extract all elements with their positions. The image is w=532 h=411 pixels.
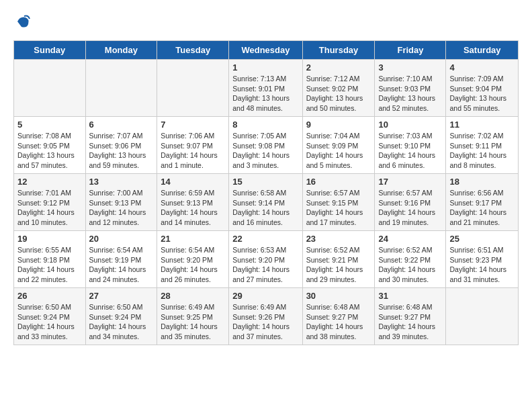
day-number: 16	[306, 177, 371, 187]
day-number: 9	[306, 120, 371, 130]
day-number: 12	[17, 177, 82, 187]
day-info: Sunrise: 6:52 AM Sunset: 9:21 PM Dayligh…	[306, 245, 371, 285]
day-number: 5	[17, 120, 82, 130]
calendar-cell: 20Sunrise: 6:54 AM Sunset: 9:19 PM Dayli…	[85, 231, 157, 288]
calendar-cell	[446, 288, 519, 345]
calendar-cell: 21Sunrise: 6:54 AM Sunset: 9:20 PM Dayli…	[157, 231, 229, 288]
day-info: Sunrise: 7:01 AM Sunset: 9:12 PM Dayligh…	[17, 188, 82, 228]
day-info: Sunrise: 7:08 AM Sunset: 9:05 PM Dayligh…	[17, 131, 82, 171]
logo	[13, 13, 31, 34]
day-info: Sunrise: 7:06 AM Sunset: 9:07 PM Dayligh…	[161, 131, 225, 171]
calendar-week-row: 12Sunrise: 7:01 AM Sunset: 9:12 PM Dayli…	[14, 174, 519, 231]
calendar-cell: 25Sunrise: 6:51 AM Sunset: 9:23 PM Dayli…	[446, 231, 519, 288]
calendar-cell: 12Sunrise: 7:01 AM Sunset: 9:12 PM Dayli…	[14, 174, 86, 231]
day-number: 17	[378, 177, 442, 187]
calendar-cell: 7Sunrise: 7:06 AM Sunset: 9:07 PM Daylig…	[157, 117, 229, 174]
calendar-cell	[157, 60, 229, 117]
day-info: Sunrise: 7:02 AM Sunset: 9:11 PM Dayligh…	[449, 131, 515, 171]
calendar-week-row: 1Sunrise: 7:13 AM Sunset: 9:01 PM Daylig…	[14, 60, 519, 117]
day-info: Sunrise: 7:04 AM Sunset: 9:09 PM Dayligh…	[306, 131, 371, 171]
day-number: 11	[449, 120, 515, 130]
day-info: Sunrise: 6:50 AM Sunset: 9:24 PM Dayligh…	[89, 302, 154, 342]
day-info: Sunrise: 6:58 AM Sunset: 9:14 PM Dayligh…	[232, 188, 298, 228]
day-number: 10	[378, 120, 442, 130]
day-info: Sunrise: 6:57 AM Sunset: 9:15 PM Dayligh…	[306, 188, 371, 228]
day-info: Sunrise: 6:48 AM Sunset: 9:27 PM Dayligh…	[378, 302, 442, 342]
day-number: 26	[17, 291, 82, 301]
calendar-cell: 22Sunrise: 6:53 AM Sunset: 9:20 PM Dayli…	[229, 231, 302, 288]
day-number: 19	[17, 234, 82, 244]
weekday-header-sunday: Sunday	[14, 41, 86, 60]
day-info: Sunrise: 6:50 AM Sunset: 9:24 PM Dayligh…	[17, 302, 82, 342]
calendar-week-row: 19Sunrise: 6:55 AM Sunset: 9:18 PM Dayli…	[14, 231, 519, 288]
day-number: 2	[306, 62, 371, 73]
day-info: Sunrise: 7:12 AM Sunset: 9:02 PM Dayligh…	[306, 74, 371, 113]
day-number: 29	[232, 291, 298, 301]
day-number: 27	[89, 291, 154, 301]
day-info: Sunrise: 7:07 AM Sunset: 9:06 PM Dayligh…	[89, 131, 154, 171]
calendar-cell: 23Sunrise: 6:52 AM Sunset: 9:21 PM Dayli…	[302, 231, 375, 288]
logo-icon	[15, 13, 31, 30]
calendar-cell: 26Sunrise: 6:50 AM Sunset: 9:24 PM Dayli…	[14, 288, 86, 345]
calendar-cell: 3Sunrise: 7:10 AM Sunset: 9:03 PM Daylig…	[375, 60, 446, 117]
weekday-header-thursday: Thursday	[302, 41, 375, 60]
calendar-cell: 18Sunrise: 6:56 AM Sunset: 9:17 PM Dayli…	[446, 174, 519, 231]
weekday-header-saturday: Saturday	[446, 41, 519, 60]
calendar-cell: 29Sunrise: 6:49 AM Sunset: 9:26 PM Dayli…	[229, 288, 302, 345]
day-number: 24	[378, 234, 442, 244]
day-info: Sunrise: 6:54 AM Sunset: 9:20 PM Dayligh…	[161, 245, 225, 285]
calendar-cell: 10Sunrise: 7:03 AM Sunset: 9:10 PM Dayli…	[375, 117, 446, 174]
calendar-cell: 15Sunrise: 6:58 AM Sunset: 9:14 PM Dayli…	[229, 174, 302, 231]
day-number: 14	[161, 177, 225, 187]
calendar-cell	[85, 60, 157, 117]
day-info: Sunrise: 7:10 AM Sunset: 9:03 PM Dayligh…	[378, 74, 442, 113]
day-info: Sunrise: 6:54 AM Sunset: 9:19 PM Dayligh…	[89, 245, 154, 285]
day-info: Sunrise: 6:55 AM Sunset: 9:18 PM Dayligh…	[17, 245, 82, 285]
day-number: 28	[161, 291, 225, 301]
calendar-cell: 8Sunrise: 7:05 AM Sunset: 9:08 PM Daylig…	[229, 117, 302, 174]
day-number: 13	[89, 177, 154, 187]
day-info: Sunrise: 6:53 AM Sunset: 9:20 PM Dayligh…	[232, 245, 298, 285]
weekday-header-friday: Friday	[375, 41, 446, 60]
calendar-cell: 5Sunrise: 7:08 AM Sunset: 9:05 PM Daylig…	[14, 117, 86, 174]
calendar-cell: 19Sunrise: 6:55 AM Sunset: 9:18 PM Dayli…	[14, 231, 86, 288]
calendar-cell: 1Sunrise: 7:13 AM Sunset: 9:01 PM Daylig…	[229, 60, 302, 117]
day-info: Sunrise: 7:09 AM Sunset: 9:04 PM Dayligh…	[449, 74, 515, 113]
day-info: Sunrise: 7:00 AM Sunset: 9:13 PM Dayligh…	[89, 188, 154, 228]
day-number: 18	[449, 177, 515, 187]
calendar-cell: 14Sunrise: 6:59 AM Sunset: 9:13 PM Dayli…	[157, 174, 229, 231]
calendar-table: SundayMondayTuesdayWednesdayThursdayFrid…	[13, 40, 519, 345]
weekday-header-tuesday: Tuesday	[157, 41, 229, 60]
day-info: Sunrise: 6:56 AM Sunset: 9:17 PM Dayligh…	[449, 188, 515, 228]
calendar-cell: 30Sunrise: 6:48 AM Sunset: 9:27 PM Dayli…	[302, 288, 375, 345]
day-info: Sunrise: 6:59 AM Sunset: 9:13 PM Dayligh…	[161, 188, 225, 228]
day-number: 4	[449, 62, 515, 73]
day-number: 25	[449, 234, 515, 244]
day-info: Sunrise: 6:49 AM Sunset: 9:26 PM Dayligh…	[232, 302, 298, 342]
calendar-cell: 27Sunrise: 6:50 AM Sunset: 9:24 PM Dayli…	[85, 288, 157, 345]
day-number: 15	[232, 177, 298, 187]
day-number: 30	[306, 291, 371, 301]
weekday-header-wednesday: Wednesday	[229, 41, 302, 60]
weekday-header-monday: Monday	[85, 41, 157, 60]
calendar-header: SundayMondayTuesdayWednesdayThursdayFrid…	[14, 41, 519, 60]
calendar-cell: 4Sunrise: 7:09 AM Sunset: 9:04 PM Daylig…	[446, 60, 519, 117]
calendar-cell: 13Sunrise: 7:00 AM Sunset: 9:13 PM Dayli…	[85, 174, 157, 231]
calendar-cell: 17Sunrise: 6:57 AM Sunset: 9:16 PM Dayli…	[375, 174, 446, 231]
day-info: Sunrise: 7:05 AM Sunset: 9:08 PM Dayligh…	[232, 131, 298, 171]
day-number: 23	[306, 234, 371, 244]
calendar-cell: 24Sunrise: 6:52 AM Sunset: 9:22 PM Dayli…	[375, 231, 446, 288]
calendar-week-row: 5Sunrise: 7:08 AM Sunset: 9:05 PM Daylig…	[14, 117, 519, 174]
day-number: 22	[232, 234, 298, 244]
calendar-cell: 28Sunrise: 6:49 AM Sunset: 9:25 PM Dayli…	[157, 288, 229, 345]
calendar-cell: 31Sunrise: 6:48 AM Sunset: 9:27 PM Dayli…	[375, 288, 446, 345]
day-number: 31	[378, 291, 442, 301]
day-number: 3	[378, 62, 442, 73]
day-number: 21	[161, 234, 225, 244]
day-number: 20	[89, 234, 154, 244]
day-number: 6	[89, 120, 154, 130]
day-info: Sunrise: 6:57 AM Sunset: 9:16 PM Dayligh…	[378, 188, 442, 228]
weekday-header-row: SundayMondayTuesdayWednesdayThursdayFrid…	[14, 41, 519, 60]
day-info: Sunrise: 7:13 AM Sunset: 9:01 PM Dayligh…	[232, 74, 298, 113]
calendar-cell: 9Sunrise: 7:04 AM Sunset: 9:09 PM Daylig…	[302, 117, 375, 174]
